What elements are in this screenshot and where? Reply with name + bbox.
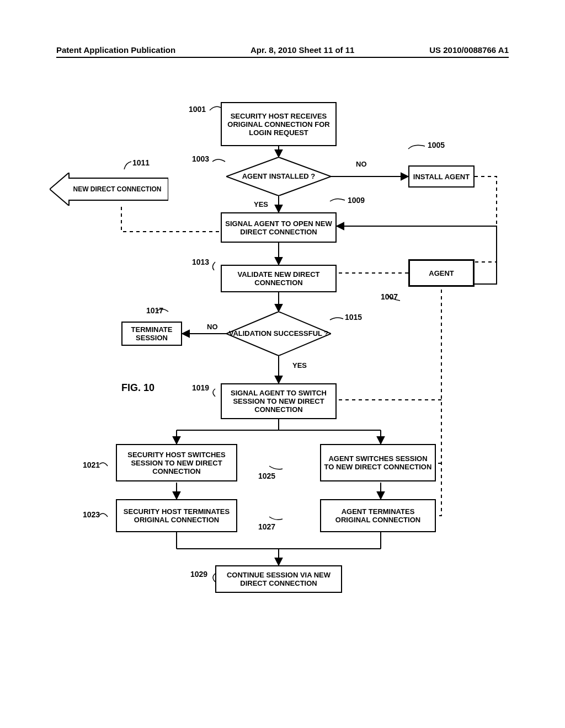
box-1005-text: INSTALL AGENT — [413, 173, 470, 181]
ref-1013: 1013 — [192, 258, 209, 266]
box-1029-text: CONTINUE SESSION VIA NEW DIRECT CONNECTI… — [218, 571, 339, 587]
diamond-1015-text: VALIDATION SUCCESSFUL ? — [229, 329, 329, 338]
box-1013-text: VALIDATE NEW DIRECT CONNECTION — [224, 270, 333, 287]
box-1009-text: SIGNAL AGENT TO OPEN NEW DIRECT CONNECTI… — [224, 220, 333, 236]
box-1027-text: AGENT TERMINATES ORIGINAL CONNECTION — [323, 507, 433, 524]
ref-1029: 1029 — [190, 570, 207, 579]
box-1019-text: SIGNAL AGENT TO SWITCH SESSION TO NEW DI… — [224, 389, 333, 414]
edge-no-1: NO — [356, 160, 367, 168]
box-1021: SECURITY HOST SWITCHES SESSION TO NEW DI… — [116, 444, 237, 481]
figure-label: FIG. 10 — [121, 382, 154, 394]
diamond-1003: AGENT INSTALLED ? — [226, 157, 331, 196]
box-1017-text: TERMINATE SESSION — [125, 325, 179, 342]
edge-yes-2: YES — [292, 361, 307, 370]
ref-1001: 1001 — [189, 105, 206, 114]
box-1009: SIGNAL AGENT TO OPEN NEW DIRECT CONNECTI… — [221, 212, 337, 243]
ref-1015: 1015 — [345, 313, 362, 322]
box-1001-text: SECURITY HOST RECEIVES ORIGINAL CONNECTI… — [224, 112, 333, 137]
ref-1027: 1027 — [258, 522, 275, 531]
header-right: US 2010/0088766 A1 — [429, 45, 509, 55]
box-1021-text: SECURITY HOST SWITCHES SESSION TO NEW DI… — [119, 451, 234, 475]
box-1017: TERMINATE SESSION — [121, 322, 182, 346]
ref-1025: 1025 — [258, 472, 275, 480]
box-1005: INSTALL AGENT — [408, 165, 475, 188]
ref-1017: 1017 — [146, 306, 163, 315]
box-1013: VALIDATE NEW DIRECT CONNECTION — [221, 265, 337, 292]
ref-1007: 1007 — [381, 292, 398, 301]
bigarrow-1011-text: NEW DIRECT CONNECTION — [73, 185, 162, 193]
ref-1021: 1021 — [83, 461, 100, 469]
edge-yes-1: YES — [254, 200, 268, 208]
box-1025-text: AGENT SWITCHES SESSION TO NEW DIRECT CON… — [323, 454, 433, 471]
box-1001: SECURITY HOST RECEIVES ORIGINAL CONNECTI… — [221, 102, 337, 146]
bigarrow-1011: NEW DIRECT CONNECTION — [50, 173, 168, 206]
ref-1009: 1009 — [348, 196, 365, 205]
box-1007: AGENT — [408, 259, 475, 287]
ref-1019: 1019 — [192, 383, 209, 392]
box-1027: AGENT TERMINATES ORIGINAL CONNECTION — [320, 499, 436, 532]
box-1029: CONTINUE SESSION VIA NEW DIRECT CONNECTI… — [215, 565, 342, 593]
diamond-1003-text: AGENT INSTALLED ? — [242, 172, 316, 181]
ref-1011: 1011 — [132, 158, 150, 167]
ref-1003: 1003 — [192, 154, 209, 163]
box-1007-text: AGENT — [429, 269, 454, 277]
ref-1005: 1005 — [428, 141, 445, 149]
ref-1023: 1023 — [83, 510, 100, 519]
header-center: Apr. 8, 2010 Sheet 11 of 11 — [250, 45, 354, 55]
page-header: Patent Application Publication Apr. 8, 2… — [56, 45, 509, 58]
header-left: Patent Application Publication — [56, 45, 175, 55]
box-1019: SIGNAL AGENT TO SWITCH SESSION TO NEW DI… — [221, 383, 337, 419]
edge-no-2: NO — [207, 323, 218, 331]
box-1023-text: SECURITY HOST TERMINATES ORIGINAL CONNEC… — [119, 507, 234, 524]
flowchart-diagram: SECURITY HOST RECEIVES ORIGINAL CONNECTI… — [50, 102, 515, 678]
diamond-1015: VALIDATION SUCCESSFUL ? — [226, 312, 331, 356]
box-1023: SECURITY HOST TERMINATES ORIGINAL CONNEC… — [116, 499, 237, 532]
box-1025: AGENT SWITCHES SESSION TO NEW DIRECT CON… — [320, 444, 436, 481]
